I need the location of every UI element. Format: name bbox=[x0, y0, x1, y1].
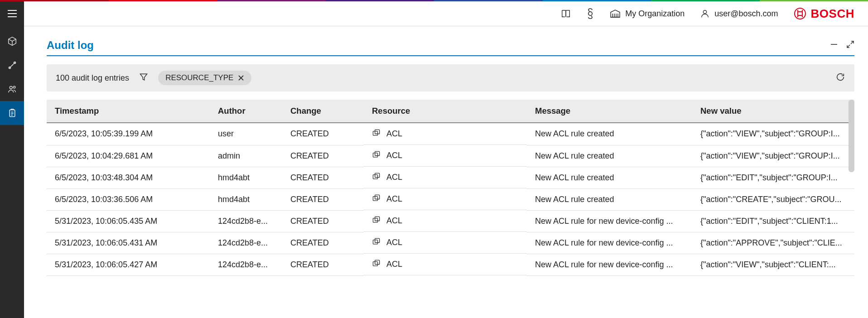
copy-icon bbox=[372, 150, 381, 159]
col-message[interactable]: Message bbox=[527, 100, 692, 123]
cell-new-value: {"action":"CREATE","subject":"GROU... bbox=[692, 188, 854, 210]
copy-resource-button[interactable] bbox=[372, 172, 381, 183]
resource-label: ACL bbox=[386, 194, 402, 204]
svg-point-11 bbox=[588, 12, 592, 15]
table-row[interactable]: 5/31/2023, 10:06:05.427 AM124cd2b8-e...C… bbox=[47, 254, 854, 275]
user-menu[interactable]: user@bosch.com bbox=[700, 9, 778, 19]
copy-icon bbox=[372, 194, 381, 202]
sidebar-item-devices[interactable] bbox=[0, 29, 24, 53]
sidebar-item-users[interactable] bbox=[0, 77, 24, 101]
cube-icon bbox=[7, 36, 17, 46]
menu-toggle-button[interactable] bbox=[0, 1, 24, 25]
cell-change: CREATED bbox=[282, 123, 364, 145]
minus-icon bbox=[830, 40, 838, 48]
svg-rect-35 bbox=[375, 260, 380, 264]
cell-message: New ACL rule created bbox=[527, 188, 692, 210]
page-title: Audit log bbox=[47, 39, 94, 52]
expand-icon bbox=[846, 40, 854, 48]
svg-rect-23 bbox=[375, 130, 380, 134]
user-email: user@bosch.com bbox=[714, 9, 778, 19]
cell-resource: ACL bbox=[364, 232, 527, 254]
filter-chip-resource-type[interactable]: RESOURCE_TYPE bbox=[158, 71, 251, 85]
refresh-icon bbox=[835, 72, 845, 82]
cell-change: CREATED bbox=[282, 167, 364, 188]
copy-resource-button[interactable] bbox=[372, 237, 381, 248]
cell-new-value: {"action":"VIEW","subject":"CLIENT:... bbox=[692, 254, 854, 275]
bosch-logo-icon bbox=[794, 7, 806, 20]
tools-icon bbox=[7, 60, 17, 70]
clipboard-icon bbox=[8, 108, 17, 118]
cell-new-value: {"action":"APPROVE","subject":"CLIE... bbox=[692, 232, 854, 254]
legal-button[interactable] bbox=[586, 8, 594, 19]
svg-rect-22 bbox=[373, 131, 378, 135]
copy-icon bbox=[372, 129, 381, 137]
organization-icon bbox=[610, 9, 621, 18]
cell-new-value: {"action":"VIEW","subject":"GROUP:I... bbox=[692, 123, 854, 145]
table-row[interactable]: 6/5/2023, 10:04:29.681 AMadminCREATEDACL… bbox=[47, 145, 854, 167]
cell-message: New ACL rule created bbox=[527, 145, 692, 167]
svg-rect-29 bbox=[375, 195, 380, 199]
cell-resource: ACL bbox=[364, 254, 527, 275]
col-timestamp[interactable]: Timestamp bbox=[47, 100, 210, 123]
cell-message: New ACL rule created bbox=[527, 167, 692, 188]
panel-header: Audit log bbox=[47, 39, 854, 56]
filter-button[interactable] bbox=[139, 72, 148, 83]
refresh-button[interactable] bbox=[835, 72, 845, 84]
scrollbar-thumb[interactable] bbox=[849, 100, 854, 172]
svg-rect-26 bbox=[373, 175, 378, 179]
sidebar-item-tools[interactable] bbox=[0, 53, 24, 77]
brand-logo: BOSCH bbox=[794, 7, 854, 21]
cell-author: admin bbox=[210, 145, 282, 167]
copy-resource-button[interactable] bbox=[372, 150, 381, 161]
copy-icon bbox=[372, 216, 381, 224]
cell-change: CREATED bbox=[282, 188, 364, 210]
svg-rect-34 bbox=[373, 262, 378, 266]
table-row[interactable]: 5/31/2023, 10:06:05.435 AM124cd2b8-e...C… bbox=[47, 210, 854, 232]
table-row[interactable]: 6/5/2023, 10:03:48.304 AMhmd4abtCREATEDA… bbox=[47, 167, 854, 188]
copy-resource-button[interactable] bbox=[372, 129, 381, 139]
resource-label: ACL bbox=[386, 216, 402, 226]
brand-name: BOSCH bbox=[811, 7, 854, 21]
cell-new-value: {"action":"VIEW","subject":"GROUP:I... bbox=[692, 145, 854, 167]
cell-new-value: {"action":"EDIT","subject":"GROUP:I... bbox=[692, 167, 854, 188]
filter-icon bbox=[139, 72, 148, 82]
cell-change: CREATED bbox=[282, 145, 364, 167]
table-row[interactable]: 5/31/2023, 10:06:05.431 AM124cd2b8-e...C… bbox=[47, 232, 854, 254]
close-icon bbox=[238, 75, 244, 81]
resource-label: ACL bbox=[386, 151, 402, 160]
table-row[interactable]: 6/5/2023, 10:05:39.199 AMuserCREATEDACLN… bbox=[47, 123, 854, 145]
cell-resource: ACL bbox=[364, 145, 527, 167]
table-header-row: Timestamp Author Change Resource Message… bbox=[47, 100, 854, 123]
copy-resource-button[interactable] bbox=[372, 194, 381, 204]
svg-point-5 bbox=[10, 86, 12, 89]
cell-change: CREATED bbox=[282, 210, 364, 232]
col-author[interactable]: Author bbox=[210, 100, 282, 123]
cell-timestamp: 6/5/2023, 10:03:48.304 AM bbox=[47, 167, 210, 188]
col-change[interactable]: Change bbox=[282, 100, 364, 123]
minimize-button[interactable] bbox=[830, 40, 838, 50]
docs-button[interactable] bbox=[561, 9, 571, 19]
col-new-value[interactable]: New value bbox=[692, 100, 854, 123]
expand-button[interactable] bbox=[846, 40, 854, 50]
svg-rect-28 bbox=[373, 197, 378, 201]
svg-rect-7 bbox=[10, 110, 15, 116]
svg-rect-33 bbox=[375, 238, 380, 242]
cell-message: New ACL rule for new device-config ... bbox=[527, 210, 692, 232]
filter-chip-label: RESOURCE_TYPE bbox=[165, 73, 233, 82]
copy-resource-button[interactable] bbox=[372, 259, 381, 270]
cell-message: New ACL rule for new device-config ... bbox=[527, 232, 692, 254]
table-row[interactable]: 6/5/2023, 10:03:36.506 AMhmd4abtCREATEDA… bbox=[47, 188, 854, 210]
resource-label: ACL bbox=[386, 260, 402, 269]
sidebar-item-audit-log[interactable] bbox=[0, 101, 24, 125]
svg-point-17 bbox=[704, 10, 707, 14]
copy-resource-button[interactable] bbox=[372, 216, 381, 226]
entry-count-label: 100 audit log entries bbox=[56, 73, 129, 83]
copy-icon bbox=[372, 259, 381, 267]
book-icon bbox=[561, 9, 571, 19]
svg-rect-24 bbox=[373, 153, 378, 157]
col-resource[interactable]: Resource bbox=[364, 100, 527, 123]
cell-change: CREATED bbox=[282, 254, 364, 275]
organization-link[interactable]: My Organization bbox=[610, 9, 685, 19]
svg-point-6 bbox=[13, 86, 15, 88]
cell-author: 124cd2b8-e... bbox=[210, 210, 282, 232]
